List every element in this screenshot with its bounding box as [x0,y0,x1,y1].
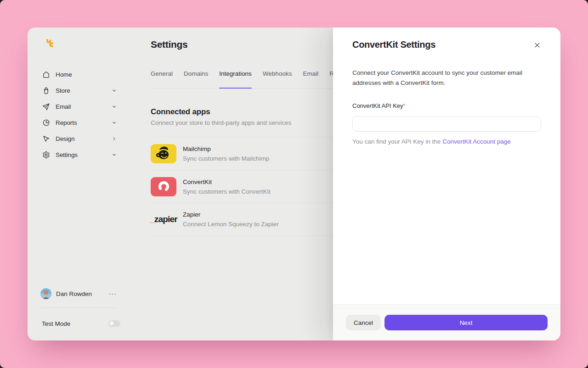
drawer-header: ConvertKit Settings [352,28,541,51]
sidebar-item-reports[interactable]: Reports [42,115,117,131]
app-text: Mailchimp Sync customers with Mailchimp [183,145,269,163]
app-text: Zapier Connect Lemon Squeezy to Zapier [183,210,279,229]
sidebar-item-label: Reports [56,119,77,126]
user-name: Dan Rowden [56,290,92,297]
pie-chart-icon [42,119,50,127]
app-name: Zapier [183,210,279,219]
test-mode-row: Test Mode [42,320,120,327]
sidebar-item-label: Home [56,71,72,78]
app-text: ConvertKit Sync customers with ConvertKi… [183,178,271,196]
sidebar-item-label: Email [56,103,71,110]
home-icon [42,71,50,78]
next-button[interactable]: Next [384,315,548,330]
app-window: Home Store Email [28,28,560,340]
chevron-right-icon [112,136,117,141]
api-key-label: ConvertKit API Key* [352,102,541,110]
api-key-helper: You can find your API Key in the Convert… [352,137,541,146]
app-name: ConvertKit [183,178,271,187]
tab-email[interactable]: Email [303,69,318,88]
sidebar-item-store[interactable]: Store [42,83,117,99]
sidebar: Home Store Email [28,28,151,340]
sidebar-item-settings[interactable]: Settings [42,147,117,163]
tab-domains[interactable]: Domains [184,69,208,88]
send-icon [42,103,50,111]
drawer-description: Connect your ConvertKit account to sync … [352,68,541,88]
test-mode-label: Test Mode [42,320,70,327]
tab-general[interactable]: General [151,69,173,88]
page-background: Home Store Email [0,0,588,368]
sidebar-item-label: Design [56,135,74,142]
convertkit-account-link[interactable]: ConvertKit Account page [442,138,511,145]
sidebar-item-design[interactable]: Design [42,131,117,147]
close-icon[interactable] [533,41,541,49]
shopping-bag-icon [42,87,50,95]
tab-integrations[interactable]: Integrations [219,69,252,88]
sidebar-item-email[interactable]: Email [42,99,117,115]
convertkit-settings-drawer: ConvertKit Settings Connect your Convert… [333,28,560,340]
chevron-down-icon [112,88,117,93]
chevron-down-icon [112,152,117,157]
avatar [40,288,51,299]
user-row[interactable]: Dan Rowden ··· [40,288,117,299]
sidebar-item-label: Settings [56,151,78,158]
sidebar-item-label: Store [56,87,70,94]
sidebar-item-home[interactable]: Home [42,67,117,83]
lemon-squeezy-logo[interactable] [43,38,54,50]
toggle-knob [109,321,114,326]
gear-icon [42,151,50,159]
zapier-logo: _zapier [151,210,176,229]
chevron-down-icon [112,104,117,109]
required-marker: * [403,102,406,109]
tab-webhooks[interactable]: Webhooks [263,69,292,88]
test-mode-toggle[interactable] [108,320,120,327]
chevron-down-icon [112,120,117,125]
convertkit-icon [151,177,176,196]
app-description: Sync customers with ConvertKit [183,187,271,196]
drawer-title: ConvertKit Settings [352,39,435,51]
mailchimp-icon [151,144,176,163]
app-description: Sync customers with Mailchimp [183,154,269,163]
drawer-footer: Cancel Next [333,304,560,340]
sidebar-nav: Home Store Email [42,67,117,163]
ellipsis-icon[interactable]: ··· [108,291,117,296]
cancel-button[interactable]: Cancel [346,315,381,330]
app-description: Connect Lemon Squeezy to Zapier [183,220,279,229]
cursor-icon [42,135,50,143]
api-key-input[interactable] [352,116,541,132]
sidebar-divider [40,307,116,308]
app-name: Mailchimp [183,145,269,154]
